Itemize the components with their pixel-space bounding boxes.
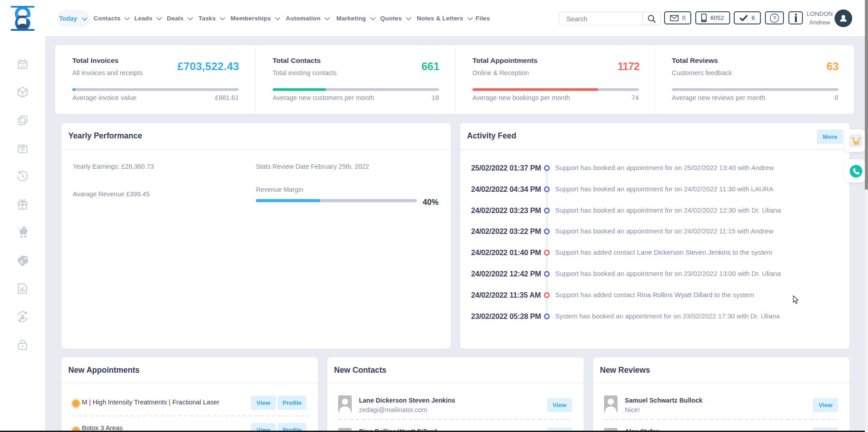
svg-text:12: 12 (20, 64, 25, 68)
svg-text:?: ? (773, 15, 776, 21)
